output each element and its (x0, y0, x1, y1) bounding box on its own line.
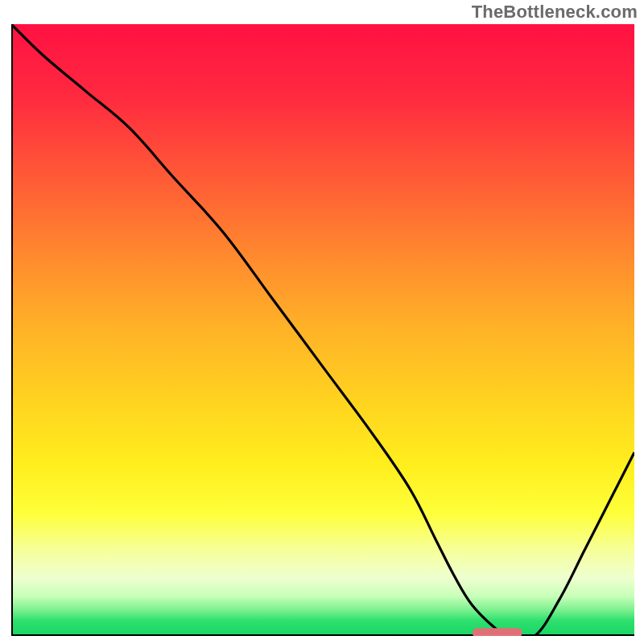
plot-area (11, 24, 634, 636)
watermark-text: TheBottleneck.com (472, 2, 638, 23)
chart-svg (11, 24, 634, 636)
chart-stage: TheBottleneck.com (0, 0, 644, 644)
gradient-background (11, 24, 634, 636)
optimum-marker (473, 628, 522, 636)
